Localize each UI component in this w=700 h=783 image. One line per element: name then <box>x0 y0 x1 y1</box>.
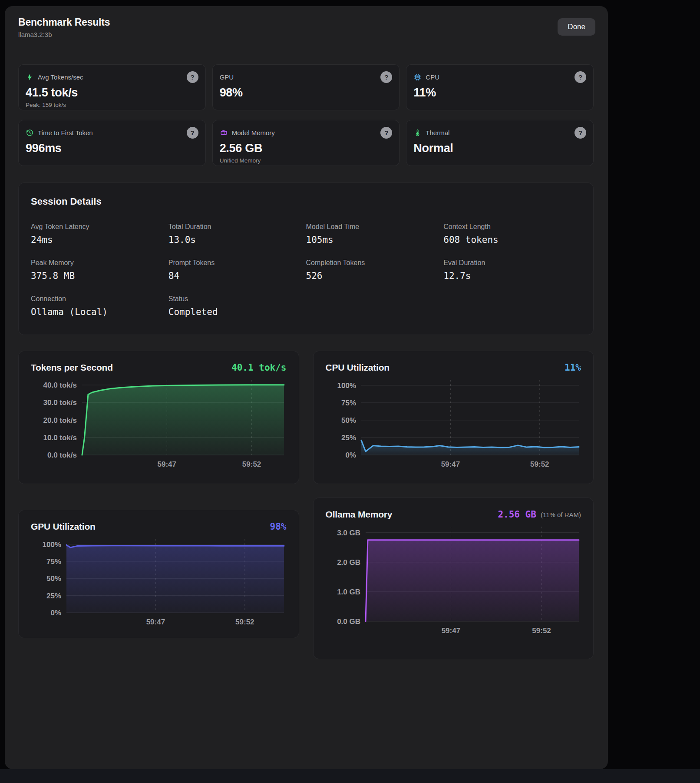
session-detail-item: Model Load Time105ms <box>306 223 444 245</box>
charts-section: Tokens per Second 40.1 tok/s 40.0 tok/s3… <box>18 351 594 659</box>
svg-text:3.0 GB: 3.0 GB <box>337 529 360 537</box>
chart-current-value: 2.56 GB <box>498 509 536 520</box>
chart-current-value: 98% <box>270 521 287 532</box>
svg-text:2.0 GB: 2.0 GB <box>337 558 360 567</box>
session-item-value: 375.8 MB <box>31 271 168 281</box>
cpu-chip-icon <box>413 73 422 81</box>
thermometer-icon <box>413 129 422 137</box>
metric-value: 98% <box>220 86 393 100</box>
metric-value: 41.5 tok/s <box>26 86 198 100</box>
session-item-label: Eval Duration <box>443 259 581 267</box>
model-name: llama3.2:3b <box>18 31 594 38</box>
chart-ram-percentage: (11% of RAM) <box>541 511 581 518</box>
benchmark-results-dialog: Benchmark Results llama3.2:3b Done Avg T… <box>5 6 608 769</box>
background-bottom-strip <box>0 769 700 783</box>
session-detail-item: Total Duration13.0s <box>168 223 306 245</box>
session-item-value: 84 <box>168 271 306 281</box>
chart-title: Tokens per Second <box>31 362 113 373</box>
chart-card-gpu-utilization: GPU Utilization 98% 100%75%50%25%0%59:47… <box>18 510 299 638</box>
help-icon[interactable]: ? <box>380 127 392 139</box>
page-title: Benchmark Results <box>18 17 594 28</box>
session-item-value: 12.7s <box>443 271 581 281</box>
svg-text:59:47: 59:47 <box>158 460 176 468</box>
charts-left-column: Tokens per Second 40.1 tok/s 40.0 tok/s3… <box>18 351 299 659</box>
chart-card-tokens-per-second: Tokens per Second 40.1 tok/s 40.0 tok/s3… <box>18 351 299 484</box>
metric-card-cpu: CPU ? 11% <box>406 64 594 110</box>
metric-label: Time to First Token <box>38 129 93 136</box>
metric-value: Normal <box>413 142 586 155</box>
metric-value: 2.56 GB <box>220 142 393 155</box>
cpu-utilization-chart: 100%75%50%25%0%59:4759:52 <box>326 376 581 470</box>
svg-text:1.0 GB: 1.0 GB <box>337 588 360 596</box>
svg-text:75%: 75% <box>341 399 356 407</box>
session-item-value: 608 tokens <box>443 235 581 245</box>
chart-title: GPU Utilization <box>31 521 96 532</box>
chart-card-cpu-utilization: CPU Utilization 11% 100%75%50%25%0%59:47… <box>313 351 594 484</box>
session-item-value: 24ms <box>31 235 168 245</box>
charts-right-column: CPU Utilization 11% 100%75%50%25%0%59:47… <box>313 351 594 659</box>
session-details-grid: Avg Token Latency24msTotal Duration13.0s… <box>31 223 581 317</box>
help-icon[interactable]: ? <box>380 71 392 83</box>
svg-text:10.0 tok/s: 10.0 tok/s <box>43 434 77 442</box>
dialog-header: Benchmark Results llama3.2:3b Done <box>18 17 594 38</box>
session-item-value: 105ms <box>306 235 444 245</box>
session-item-label: Completion Tokens <box>306 259 444 267</box>
svg-text:25%: 25% <box>341 434 356 442</box>
session-item-label: Prompt Tokens <box>168 259 306 267</box>
help-icon[interactable]: ? <box>575 71 586 83</box>
session-item-label: Connection <box>31 295 168 303</box>
tokens-per-second-chart: 40.0 tok/s30.0 tok/s20.0 tok/s10.0 tok/s… <box>31 376 287 470</box>
session-detail-item: Eval Duration12.7s <box>443 259 581 281</box>
gpu-utilization-chart: 100%75%50%25%0%59:4759:52 <box>31 535 287 627</box>
svg-text:25%: 25% <box>46 592 61 600</box>
metric-label: GPU <box>220 73 234 81</box>
session-detail-item: ConnectionOllama (Local) <box>31 295 168 317</box>
ollama-memory-chart: 3.0 GB2.0 GB1.0 GB0.0 GB59:4759:52 <box>326 523 581 636</box>
chart-title: CPU Utilization <box>326 362 390 373</box>
svg-text:59:52: 59:52 <box>242 460 261 468</box>
svg-text:75%: 75% <box>46 557 61 566</box>
metric-card-avg-tokens: Avg Tokens/sec ? 41.5 tok/s Peak: 159 to… <box>18 64 206 110</box>
help-icon[interactable]: ? <box>575 127 586 139</box>
session-item-label: Avg Token Latency <box>31 223 168 231</box>
session-item-value: 526 <box>306 271 444 281</box>
session-detail-item: Avg Token Latency24ms <box>31 223 168 245</box>
svg-text:40.0 tok/s: 40.0 tok/s <box>43 381 77 389</box>
svg-text:59:52: 59:52 <box>235 618 254 626</box>
svg-text:100%: 100% <box>337 382 356 390</box>
session-detail-item: Completion Tokens526 <box>306 259 444 281</box>
metric-card-thermal: Thermal ? Normal <box>406 120 594 166</box>
memory-chip-icon <box>220 129 228 137</box>
session-item-value: 13.0s <box>168 235 306 245</box>
session-item-label: Peak Memory <box>31 259 168 267</box>
metric-card-model-memory: Model Memory ? 2.56 GB Unified Memory <box>212 120 400 166</box>
metric-label: Model Memory <box>232 129 275 136</box>
chart-title: Ollama Memory <box>326 509 393 520</box>
session-detail-item: Context Length608 tokens <box>443 223 581 245</box>
metric-card-gpu: GPU ? 98% <box>212 64 400 110</box>
metric-value: 11% <box>413 86 586 100</box>
svg-text:100%: 100% <box>43 541 61 549</box>
help-icon[interactable]: ? <box>187 71 198 83</box>
chart-current-value: 40.1 tok/s <box>231 362 286 373</box>
done-button[interactable]: Done <box>558 18 595 36</box>
session-item-value: Completed <box>168 307 306 317</box>
svg-text:0%: 0% <box>50 609 61 617</box>
metric-label: Avg Tokens/sec <box>38 73 83 81</box>
svg-text:59:52: 59:52 <box>532 627 551 635</box>
session-details-title: Session Details <box>31 196 581 207</box>
session-item-label: Model Load Time <box>306 223 444 231</box>
session-details-panel: Session Details Avg Token Latency24msTot… <box>18 182 594 335</box>
svg-text:59:47: 59:47 <box>441 460 459 468</box>
svg-text:50%: 50% <box>46 574 61 583</box>
help-icon[interactable]: ? <box>187 127 198 139</box>
session-detail-item: StatusCompleted <box>168 295 306 317</box>
history-clock-icon <box>26 129 34 137</box>
session-item-label: Total Duration <box>168 223 306 231</box>
bolt-icon <box>26 73 34 81</box>
metric-label: CPU <box>426 73 439 81</box>
session-detail-item: Prompt Tokens84 <box>168 259 306 281</box>
chart-card-ollama-memory: Ollama Memory 2.56 GB (11% of RAM) 3.0 G… <box>313 498 594 659</box>
svg-text:30.0 tok/s: 30.0 tok/s <box>43 398 77 407</box>
svg-text:0.0 GB: 0.0 GB <box>337 617 360 626</box>
